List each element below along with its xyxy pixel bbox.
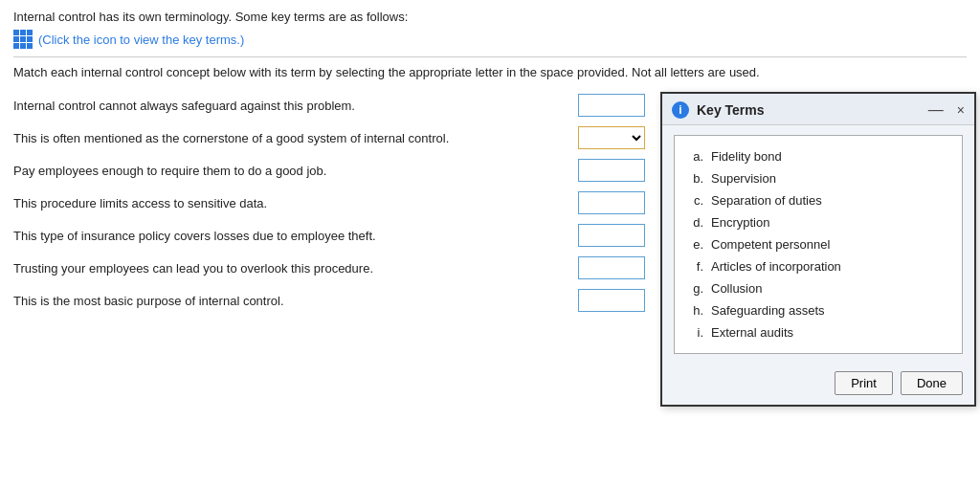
answer-input-6[interactable] <box>578 256 645 279</box>
term-row: a.Fidelity bond <box>688 145 948 167</box>
question-row: This is the most basic purpose of intern… <box>13 284 645 317</box>
term-letter: b. <box>688 171 703 186</box>
question-row: Pay employees enough to require them to … <box>13 154 645 187</box>
question-row: Trusting your employees can lead you to … <box>13 252 645 284</box>
term-row: f.Articles of incorporation <box>688 255 948 277</box>
info-icon: i <box>672 101 689 119</box>
close-button[interactable]: × <box>957 102 965 118</box>
term-row: b.Supervision <box>688 167 948 189</box>
instruction-text: Match each internal control concept belo… <box>13 56 967 79</box>
answer-input-3[interactable] <box>578 159 645 182</box>
term-name: Encryption <box>711 215 769 230</box>
question-label-7: This is the most basic purpose of intern… <box>13 294 578 308</box>
term-letter: d. <box>688 215 703 230</box>
question-label-4: This procedure limits access to sensitiv… <box>13 196 578 210</box>
term-name: Articles of incorporation <box>711 259 841 274</box>
answer-select-2[interactable]: abcdefghi <box>578 126 645 149</box>
question-row: This type of insurance policy covers los… <box>13 219 645 252</box>
print-button[interactable]: Print <box>835 371 893 395</box>
term-name: Fidelity bond <box>711 149 782 164</box>
question-label-2: This is often mentioned as the cornersto… <box>13 131 578 145</box>
minimize-button[interactable]: — <box>928 102 944 118</box>
question-label-1: Internal control cannot always safeguard… <box>13 99 578 113</box>
popup-title: Key Terms <box>697 102 921 118</box>
question-label-3: Pay employees enough to require them to … <box>13 164 578 178</box>
term-name: Collusion <box>711 281 762 296</box>
answer-input-7[interactable] <box>578 289 645 312</box>
term-row: e.Competent personnel <box>688 233 948 255</box>
icon-link-text: (Click the icon to view the key terms.) <box>38 33 244 47</box>
term-row: c.Separation of duties <box>688 189 948 211</box>
popup-content: a.Fidelity bondb.Supervisionc.Separation… <box>662 125 974 364</box>
term-letter: f. <box>688 259 703 274</box>
question-label-5: This type of insurance policy covers los… <box>13 229 578 243</box>
term-row: h.Safeguarding assets <box>688 299 948 321</box>
question-label-6: Trusting your employees can lead you to … <box>13 261 578 276</box>
term-name: External audits <box>711 325 793 340</box>
popup-header: i Key Terms — × <box>662 94 974 125</box>
term-name: Supervision <box>711 171 776 186</box>
term-letter: c. <box>688 193 703 208</box>
term-name: Separation of duties <box>711 193 822 208</box>
term-name: Safeguarding assets <box>711 303 825 318</box>
term-name: Competent personnel <box>711 237 830 252</box>
question-row: Internal control cannot always safeguard… <box>13 89 645 122</box>
term-letter: g. <box>688 281 703 296</box>
key-terms-popup: i Key Terms — × a.Fidelity bondb.Supervi… <box>660 92 976 407</box>
answer-input-5[interactable] <box>578 224 645 247</box>
popup-footer: Print Done <box>662 364 974 405</box>
intro-line1: Internal control has its own terminology… <box>13 10 967 24</box>
term-row: d.Encryption <box>688 211 948 233</box>
term-letter: i. <box>688 325 703 340</box>
term-letter: a. <box>688 149 703 164</box>
terms-box: a.Fidelity bondb.Supervisionc.Separation… <box>674 135 963 354</box>
term-row: i.External audits <box>688 321 948 343</box>
question-row: This is often mentioned as the cornersto… <box>13 122 645 154</box>
icon-link-row[interactable]: (Click the icon to view the key terms.) <box>13 30 967 49</box>
grid-icon <box>13 30 33 49</box>
answer-input-4[interactable] <box>578 191 645 214</box>
questions-area: Internal control cannot always safeguard… <box>13 89 645 317</box>
term-row: g.Collusion <box>688 277 948 299</box>
question-row: This procedure limits access to sensitiv… <box>13 187 645 219</box>
done-button[interactable]: Done <box>901 371 963 395</box>
answer-input-1[interactable] <box>578 94 645 117</box>
term-letter: h. <box>688 303 703 318</box>
term-letter: e. <box>688 237 703 252</box>
